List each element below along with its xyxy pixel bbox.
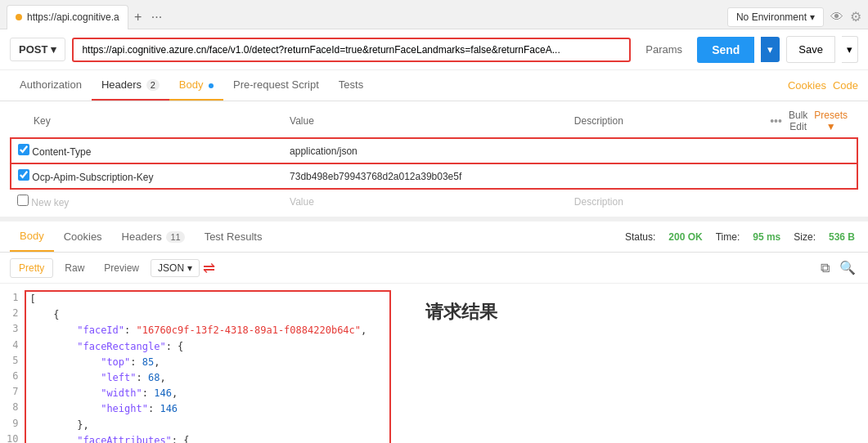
save-button[interactable]: Save (786, 36, 835, 63)
format-type-label: JSON (158, 262, 184, 274)
wrap-icon[interactable]: ⇌ (203, 259, 215, 277)
status-label: Status: (625, 231, 655, 243)
format-bar: Pretty Raw Preview JSON ▾ ⇌ ⧉ 🔍 (0, 253, 868, 284)
col-description: Description (568, 105, 763, 138)
tab-body[interactable]: Body (169, 70, 223, 101)
response-annotation-area: 请求结果 (401, 284, 868, 443)
tab-authorization[interactable]: Authorization (10, 70, 92, 101)
tab-pre-request[interactable]: Pre-request Script (223, 70, 329, 101)
tab-headers[interactable]: Headers 2 (92, 70, 169, 101)
url-input[interactable] (72, 38, 631, 62)
code-line-8: "height": 146 (29, 401, 386, 417)
code-line-2: { (29, 307, 386, 323)
presets-button[interactable]: Presets ▼ (814, 110, 848, 132)
format-raw-button[interactable]: Raw (56, 259, 92, 277)
new-header-row: New key Value Description (11, 189, 857, 213)
size-value: 536 B (829, 231, 855, 243)
time-value: 95 ms (753, 231, 780, 243)
headers-section: Key Value Description ••• Bulk Edit Pres… (0, 101, 868, 217)
resp-headers-badge: 11 (166, 231, 184, 243)
bulk-edit-button[interactable]: Bulk Edit (789, 110, 807, 132)
col-key: Key (11, 105, 283, 138)
status-value: 200 OK (668, 231, 702, 243)
resp-tab-test-results[interactable]: Test Results (195, 222, 272, 251)
row2-checkbox[interactable] (18, 169, 29, 181)
eye-icon[interactable]: 👁 (830, 10, 843, 25)
code-line-1: [ (29, 292, 386, 307)
code-line-7: "width": 146, (29, 386, 386, 401)
code-line-9: }, (29, 418, 386, 433)
new-row-checkbox[interactable] (17, 195, 29, 206)
format-preview-button[interactable]: Preview (96, 259, 147, 277)
resp-tab-cookies[interactable]: Cookies (54, 222, 112, 251)
request-tabs: Authorization Headers 2 Body Pre-request… (0, 70, 868, 101)
cookies-link[interactable]: Cookies (788, 79, 826, 92)
response-note-text: 请求结果 (425, 300, 497, 324)
gear-icon[interactable]: ⚙ (850, 9, 861, 25)
active-tab[interactable]: https://api.cognitive.a (7, 5, 128, 29)
row2-description (568, 163, 763, 189)
line-numbers: 12345 678910 11121314 (0, 290, 25, 443)
body-dot (209, 83, 214, 88)
format-chevron-icon: ▾ (187, 262, 192, 274)
new-key-placeholder: New key (31, 197, 69, 208)
tab-title: https://api.cognitive.a (27, 11, 119, 23)
response-status-bar: Status: 200 OK Time: 95 ms Size: 536 B (625, 231, 858, 243)
copy-icon[interactable]: ⧉ (818, 257, 832, 278)
method-chevron: ▾ (51, 43, 56, 56)
row2-key: Ocp-Apim-Subscription-Key (32, 172, 153, 183)
code-line-6: "left": 68, (29, 370, 386, 386)
col-actions: ••• Bulk Edit Presets ▼ (763, 105, 857, 138)
new-tab-button[interactable]: + (128, 7, 148, 27)
col-value: Value (283, 105, 568, 138)
send-dropdown-button[interactable]: ▾ (761, 37, 780, 62)
code-line-3: "faceId": "16760c9f-13f2-4318-89a1-f0884… (29, 323, 386, 338)
headers-table: Key Value Description ••• Bulk Edit Pres… (10, 105, 858, 213)
environment-selector[interactable]: No Environment ▾ (727, 7, 824, 27)
table-row: Ocp-Apim-Subscription-Key 73db498eb79943… (11, 163, 857, 189)
method-label: POST (19, 43, 47, 56)
send-button[interactable]: Send (697, 37, 754, 63)
tab-favicon (16, 14, 22, 20)
browser-tab-bar: https://api.cognitive.a + ··· No Environ… (0, 0, 868, 29)
headers-badge: 2 (146, 79, 160, 91)
row1-checkbox[interactable] (18, 144, 29, 155)
row1-description (568, 138, 763, 163)
params-button[interactable]: Params (637, 38, 690, 60)
save-dropdown-button[interactable]: ▾ (842, 36, 858, 63)
size-label: Size: (794, 231, 816, 243)
code-line-4: "faceRectangle": { (29, 339, 386, 355)
row1-value: application/json (283, 138, 568, 163)
json-response-content: [ { "faceId": "16760c9f-13f2-4318-89a1-f… (25, 290, 391, 443)
time-label: Time: (716, 231, 740, 243)
format-type-select[interactable]: JSON ▾ (151, 259, 200, 277)
table-row: Content-Type application/json (11, 138, 857, 163)
search-icon[interactable]: 🔍 (837, 257, 858, 278)
code-line-10: "faceAttributes": { (29, 433, 386, 443)
code-section: 12345 678910 11121314 [ { "faceId": "167… (0, 284, 868, 443)
code-line-5: "top": 85, (29, 355, 386, 370)
code-view: 12345 678910 11121314 [ { "faceId": "167… (0, 284, 401, 443)
more-options-icon[interactable]: ••• (770, 114, 782, 128)
resp-tab-headers[interactable]: Headers 11 (112, 222, 195, 251)
method-select[interactable]: POST ▾ (10, 38, 65, 61)
code-link[interactable]: Code (833, 79, 858, 92)
tab-more-button[interactable]: ··· (148, 8, 165, 26)
tab-tests[interactable]: Tests (329, 70, 373, 101)
new-value-placeholder: Value (283, 189, 568, 213)
response-tabs: Body Cookies Headers 11 Test Results Sta… (0, 222, 868, 253)
row2-value: 73db498eb79943768d2a012a39b03e5f (283, 163, 568, 189)
request-bar: POST ▾ Params Send ▾ Save ▾ (0, 29, 868, 70)
resp-tab-body[interactable]: Body (10, 222, 54, 252)
chevron-down-icon: ▾ (810, 11, 815, 23)
env-label: No Environment (736, 11, 807, 23)
format-pretty-button[interactable]: Pretty (10, 258, 53, 278)
row1-key: Content-Type (32, 146, 91, 158)
new-description-placeholder: Description (568, 189, 763, 213)
